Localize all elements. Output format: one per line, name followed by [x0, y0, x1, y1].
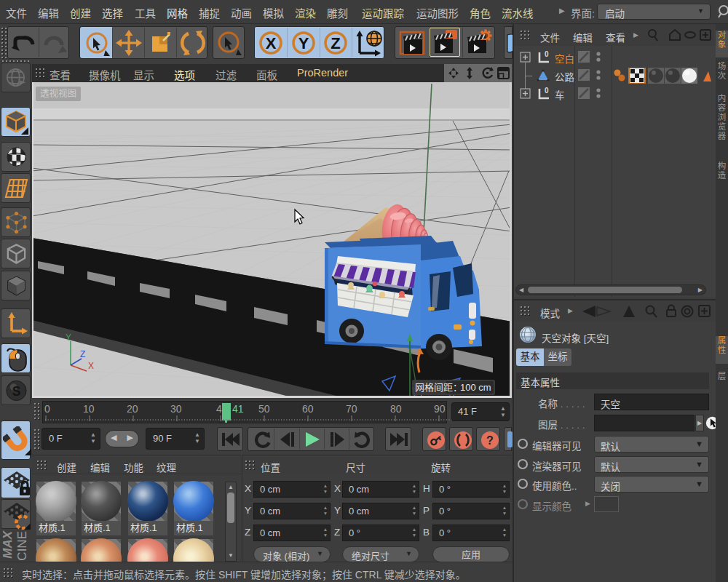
svg-text:80: 80	[390, 403, 402, 415]
svg-text:Y: Y	[66, 332, 71, 343]
svg-text:Z: Z	[80, 349, 85, 359]
svg-text:S: S	[12, 384, 21, 399]
svg-text:30: 30	[170, 403, 182, 415]
svg-text:0: 0	[545, 87, 549, 95]
svg-text:?: ?	[486, 434, 494, 447]
svg-text:10: 10	[83, 403, 95, 415]
svg-text:X: X	[88, 361, 94, 371]
svg-text:90: 90	[434, 403, 446, 415]
svg-text:0: 0	[44, 403, 50, 415]
svg-text:100 cm: 100 cm	[460, 382, 491, 393]
svg-text:4: 4	[216, 403, 222, 415]
svg-text:0: 0	[545, 50, 549, 58]
svg-text:60: 60	[302, 403, 314, 415]
svg-text:41: 41	[232, 403, 244, 415]
svg-text:网格间距：: 网格间距：	[415, 382, 462, 393]
svg-text:70: 70	[346, 403, 357, 415]
svg-text:X: X	[266, 34, 277, 52]
svg-text:透视视图: 透视视图	[40, 88, 76, 99]
svg-text:50: 50	[258, 403, 270, 415]
svg-text:Y: Y	[298, 34, 309, 52]
svg-text:20: 20	[127, 403, 138, 415]
svg-text:Z: Z	[331, 34, 340, 52]
